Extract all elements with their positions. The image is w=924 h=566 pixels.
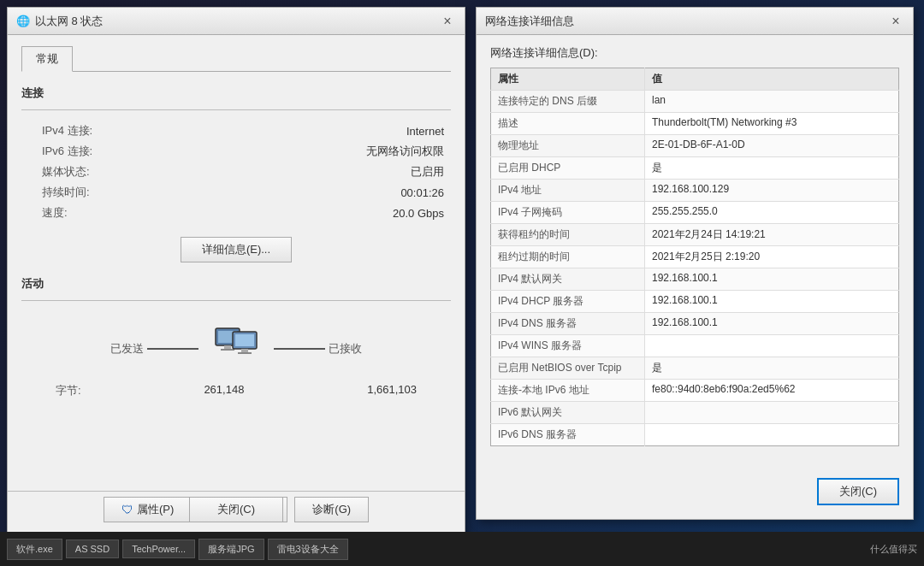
list-item: 描述 Thunderbolt(TM) Networking #3 (491, 113, 899, 135)
window-status: 🌐 以太网 8 状态 × 常规 连接 IPv4 连接: Internet IPv… (7, 7, 465, 537)
network-title-icon: 🌐 (16, 15, 30, 27)
svg-rect-5 (235, 334, 254, 346)
list-item: IPv4 DHCP 服务器 192.168.100.1 (491, 291, 899, 313)
sent-label: 已发送 (110, 341, 144, 357)
prop-dhcp-enabled: 已启用 DHCP (491, 157, 645, 180)
prop-ipv6-gateway: IPv6 默认网关 (491, 402, 645, 424)
tabs-container: 常规 (21, 45, 451, 72)
list-item: IPv4 DNS 服务器 192.168.100.1 (491, 313, 899, 335)
val-ipv6-gateway (645, 402, 899, 424)
taskbar-item-server[interactable]: 服务端JPG (198, 539, 264, 560)
connection-info-table: IPv4 连接: Internet IPv6 连接: 无网络访问权限 媒体状态:… (21, 121, 451, 223)
received-label: 已接收 (329, 341, 362, 357)
window-title-text-status: 以太网 8 状态 (35, 14, 103, 29)
svg-rect-2 (224, 345, 231, 349)
prop-description: 描述 (491, 113, 645, 135)
svg-rect-6 (241, 349, 248, 352)
detail-section-title: 网络连接详细信息(D): (490, 45, 899, 61)
detail-bottom-buttons: 关闭(C) (817, 478, 899, 505)
prop-dhcp-server: IPv4 DHCP 服务器 (491, 291, 645, 313)
val-dns-server: 192.168.100.1 (645, 313, 899, 335)
taskbar-item-asssd[interactable]: AS SSD (66, 539, 119, 558)
list-item: 获得租约的时间 2021年2月24日 14:19:21 (491, 224, 899, 246)
list-item: IPv6 DNS 服务器 (491, 424, 899, 446)
window-title-text-detail: 网络连接详细信息 (485, 14, 574, 29)
detail-content: 网络连接详细信息(D): 属性 值 连接特定的 DNS 后缀 lan 描述 Th… (477, 35, 913, 457)
activity-visual: 已发送 (21, 311, 451, 380)
list-item: IPv4 地址 192.168.100.129 (491, 180, 899, 202)
value-media: 已启用 (124, 162, 451, 182)
activity-section-header: 活动 (21, 276, 451, 293)
close-button-status[interactable]: × (439, 13, 456, 30)
list-item: IPv4 WINS 服务器 (491, 335, 899, 357)
activity-section: 活动 已发送 (21, 276, 451, 402)
val-description: Thunderbolt(TM) Networking #3 (645, 113, 899, 135)
label-speed: 速度: (21, 203, 124, 223)
val-netbios: 是 (645, 357, 899, 380)
prop-ipv6-dns: IPv6 DNS 服务器 (491, 424, 645, 446)
table-row: IPv6 连接: 无网络访问权限 (21, 141, 451, 162)
value-speed: 20.0 Gbps (124, 203, 451, 223)
svg-rect-3 (221, 349, 234, 351)
received-bytes-value: 1,661,103 (367, 383, 417, 398)
val-ipv6-dns (645, 424, 899, 446)
val-wins-server (645, 335, 899, 357)
prop-dns-server: IPv4 DNS 服务器 (491, 313, 645, 335)
prop-ipv4-addr: IPv4 地址 (491, 180, 645, 202)
titlebar-status: 🌐 以太网 8 状态 × (8, 8, 465, 35)
prop-ipv6-local: 连接-本地 IPv6 地址 (491, 380, 645, 402)
list-item: 连接-本地 IPv6 地址 fe80::94d0:8eb6:f90a:2ed5%… (491, 380, 899, 402)
prop-subnet: IPv4 子网掩码 (491, 202, 645, 224)
activity-bytes: 字节: 261,148 1,661,103 (21, 380, 451, 402)
activity-divider (21, 300, 451, 301)
list-item: 已启用 DHCP 是 (491, 157, 899, 180)
network-computer-icon (209, 325, 264, 373)
list-item: 租约过期的时间 2021年2月25日 2:19:20 (491, 246, 899, 268)
detail-table: 属性 值 连接特定的 DNS 后缀 lan 描述 Thunderbolt(TM)… (490, 68, 899, 446)
list-item: 已启用 NetBIOS over Tcpip 是 (491, 357, 899, 380)
list-item: IPv4 子网掩码 255.255.255.0 (491, 202, 899, 224)
label-media: 媒体状态: (21, 162, 124, 182)
prop-lease-obtained: 获得租约的时间 (491, 224, 645, 246)
detail-button[interactable]: 详细信息(E)... (181, 237, 292, 262)
taskbar-right: 什么值得买 (870, 543, 917, 556)
close-detail-button[interactable]: 关闭(C) (817, 478, 899, 505)
val-gateway: 192.168.100.1 (645, 268, 899, 291)
value-duration: 00:01:26 (124, 182, 451, 203)
table-row: 持续时间: 00:01:26 (21, 182, 451, 203)
prop-gateway: IPv4 默认网关 (491, 268, 645, 291)
val-subnet: 255.255.255.0 (645, 202, 899, 224)
tab-general[interactable]: 常规 (21, 46, 73, 72)
sent-line (147, 348, 198, 350)
prop-lease-expires: 租约过期的时间 (491, 246, 645, 268)
label-duration: 持续时间: (21, 182, 124, 203)
taskbar-item-thunder[interactable]: 雷电3设备大全 (268, 539, 348, 560)
received-line (274, 348, 325, 350)
prop-netbios: 已启用 NetBIOS over Tcpip (491, 357, 645, 380)
window-content-status: 常规 连接 IPv4 连接: Internet IPv6 连接: 无网络访问权限… (8, 35, 465, 412)
label-ipv6: IPv6 连接: (21, 141, 124, 162)
table-row: 媒体状态: 已启用 (21, 162, 451, 182)
value-ipv4: Internet (124, 121, 451, 141)
val-dns-suffix: lan (645, 91, 899, 113)
close-button-detail[interactable]: × (887, 13, 904, 30)
val-dhcp-server: 192.168.100.1 (645, 291, 899, 313)
connection-divider (21, 109, 451, 110)
watermark-text: 什么值得买 (870, 543, 917, 556)
val-lease-obtained: 2021年2月24日 14:19:21 (645, 224, 899, 246)
list-item: IPv6 默认网关 (491, 402, 899, 424)
val-ipv6-local: fe80::94d0:8eb6:f90a:2ed5%62 (645, 380, 899, 402)
bytes-label: 字节: (56, 383, 81, 398)
prop-wins-server: IPv4 WINS 服务器 (491, 335, 645, 357)
table-row: IPv4 连接: Internet (21, 121, 451, 141)
label-ipv4: IPv4 连接: (21, 121, 124, 141)
taskbar: 软件.exe AS SSD TechPower... 服务端JPG 雷电3设备大… (0, 532, 924, 566)
taskbar-item-techpower[interactable]: TechPower... (122, 539, 195, 558)
taskbar-item-software[interactable]: 软件.exe (7, 539, 62, 560)
sent-bytes-value: 261,148 (204, 383, 244, 398)
titlebar-detail: 网络连接详细信息 × (477, 8, 913, 35)
val-ipv4-addr: 192.168.100.129 (645, 180, 899, 202)
val-dhcp-enabled: 是 (645, 157, 899, 180)
list-item: 连接特定的 DNS 后缀 lan (491, 91, 899, 113)
close-main-button[interactable]: 关闭(C) (189, 497, 283, 522)
